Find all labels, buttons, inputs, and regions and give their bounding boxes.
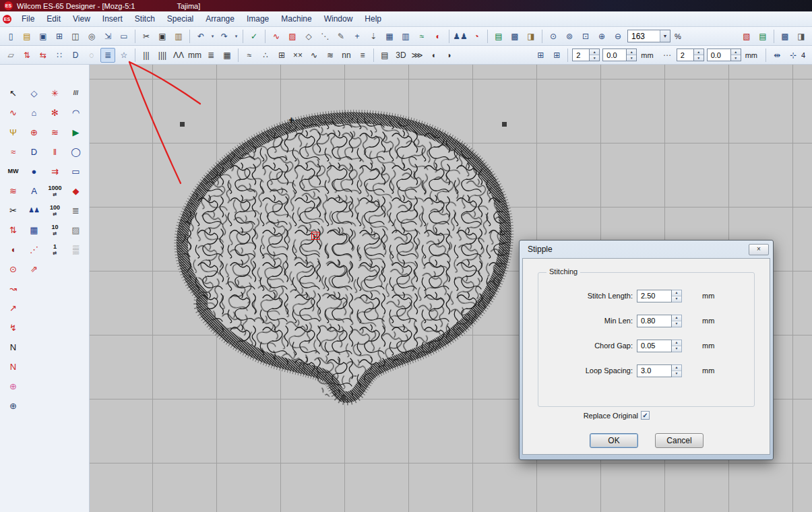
- morph-right-icon[interactable]: ◗: [442, 48, 457, 63]
- write-to-card-icon[interactable]: ▭: [117, 29, 131, 44]
- backstitch-tool[interactable]: ↗: [3, 298, 24, 318]
- ladder-stitch-tool[interactable]: ≣: [65, 201, 86, 220]
- ok-button[interactable]: OK: [590, 433, 638, 448]
- pattern-stamp-tool[interactable]: ▨: [65, 220, 86, 240]
- loop-spacing-input[interactable]: 3.0: [637, 364, 672, 377]
- insert-design-icon[interactable]: ⊞: [52, 29, 67, 44]
- globe-view-tool[interactable]: ●: [24, 162, 44, 181]
- pin-stitch-tool[interactable]: ‖: [44, 142, 65, 162]
- color-palette-icon[interactable]: ◔: [469, 29, 484, 44]
- stipple-run-tool[interactable]: ↝: [3, 279, 24, 298]
- selection-handle-top-right[interactable]: [502, 122, 507, 127]
- menu-machine[interactable]: Machine: [275, 13, 317, 25]
- stipple-fill-icon[interactable]: ⋱: [317, 29, 332, 44]
- jagged-edge-icon[interactable]: ◌: [84, 48, 99, 63]
- fan-stitch-tool[interactable]: ◖: [3, 240, 24, 259]
- show-grid-icon[interactable]: ⊞: [549, 48, 564, 63]
- color-film-icon[interactable]: ◨: [794, 29, 809, 44]
- print-preview-icon[interactable]: ◎: [84, 29, 99, 44]
- travel-1-stitch[interactable]: 1⇄: [44, 240, 65, 259]
- zoom-tool-icon[interactable]: ⊙: [546, 29, 561, 44]
- penetration-points-tool[interactable]: ⋰: [24, 240, 44, 259]
- travel-1000-stitches[interactable]: 1000⇄: [44, 181, 65, 201]
- cancel-button[interactable]: Cancel: [655, 433, 704, 448]
- zoom-box-icon[interactable]: ⊡: [578, 29, 593, 44]
- nudge-offset-spinner[interactable]: ▲▼: [731, 49, 741, 61]
- string-art-icon[interactable]: ≡: [355, 48, 370, 63]
- my-threads-icon[interactable]: ▤: [491, 29, 506, 44]
- min-len-input[interactable]: 0.80: [637, 315, 672, 327]
- nudge-spacing-spinner[interactable]: ▲▼: [694, 49, 704, 61]
- team-names-tool[interactable]: ♟♟: [24, 201, 44, 220]
- zoom-combobox-dropdown-icon[interactable]: ▼: [660, 30, 670, 42]
- undo-icon[interactable]: ↶: [193, 29, 208, 44]
- paste-icon[interactable]: ▥: [171, 29, 186, 44]
- satin-stitch-icon[interactable]: ≣: [204, 48, 218, 63]
- triple-run-type-icon[interactable]: ||||: [155, 48, 170, 63]
- branching-tool[interactable]: Ψ: [3, 123, 24, 142]
- undo-history-dropdown[interactable]: ▾: [209, 29, 216, 44]
- cut-stitches-tool[interactable]: ✂: [3, 201, 24, 220]
- save-design-icon[interactable]: ▣: [36, 29, 51, 44]
- replace-original-checkbox[interactable]: ✓: [641, 411, 650, 420]
- color-wheel-tool[interactable]: ⊕: [24, 123, 44, 142]
- menu-file[interactable]: File: [15, 13, 40, 25]
- grid-fill-icon[interactable]: ▦: [382, 29, 397, 44]
- grid-spacing-stepper[interactable]: 2 ▲▼: [572, 49, 600, 61]
- motif-run-icon[interactable]: mm: [187, 48, 202, 63]
- menu-edit[interactable]: Edit: [40, 13, 67, 25]
- zigzag-connector-tool[interactable]: N: [3, 338, 24, 357]
- grid-spacing-spinner[interactable]: ▲▼: [590, 49, 600, 61]
- travel-10-stitches[interactable]: 10⇄: [44, 220, 65, 240]
- open-object-icon[interactable]: ◇: [301, 29, 316, 44]
- single-stitch-icon[interactable]: ⇣: [366, 29, 381, 44]
- zigzag-digitize-tool[interactable]: MW: [3, 162, 24, 181]
- loop-spacing-spinner[interactable]: ▲▼: [672, 364, 682, 377]
- sculpture-run-icon[interactable]: ΛΛ: [171, 48, 186, 63]
- selection-handle-bottom-middle[interactable]: [341, 395, 346, 400]
- pull-compensation-icon[interactable]: ⇆: [36, 48, 51, 63]
- auto-digitizer-icon[interactable]: +: [350, 29, 365, 44]
- redo-history-dropdown[interactable]: ▾: [232, 29, 240, 44]
- export-machine-file-icon[interactable]: ⇲: [100, 29, 115, 44]
- freehand-draw-icon[interactable]: ✎: [334, 29, 348, 44]
- morph-left-icon[interactable]: ◖: [426, 48, 441, 63]
- print-icon[interactable]: ◫: [68, 29, 83, 44]
- stitch-list-tool[interactable]: ≋: [44, 123, 65, 142]
- stretch-lettering-tool[interactable]: ⇅: [3, 220, 24, 240]
- closed-shape-tool[interactable]: ⌂: [24, 103, 44, 123]
- arc-shape-tool[interactable]: ◠: [65, 103, 86, 123]
- column-shape-icon[interactable]: ▥: [398, 29, 413, 44]
- zigzag-stitch-icon[interactable]: ≈: [242, 48, 257, 63]
- wave-effect-icon[interactable]: ≈: [414, 29, 429, 44]
- lettering-rotate-tool[interactable]: ✳: [44, 84, 65, 103]
- flower-stamp-tool[interactable]: ✻: [44, 103, 65, 123]
- auto-split-icon[interactable]: D: [68, 48, 83, 63]
- fancy-fill-icon[interactable]: ⋙: [410, 48, 425, 63]
- freehand-select-tool[interactable]: ∿: [3, 103, 24, 123]
- underlay-icon[interactable]: ⇅: [20, 48, 34, 63]
- travel-100-stitches[interactable]: 100⇄: [44, 201, 65, 220]
- zoom-in-icon[interactable]: ⊕: [594, 29, 609, 44]
- exit-point-tool[interactable]: ⊕: [3, 396, 24, 416]
- menu-window[interactable]: Window: [318, 13, 359, 25]
- sequin-tool[interactable]: ◆: [65, 181, 86, 201]
- star-fill-icon[interactable]: ☆: [117, 48, 131, 63]
- menu-special[interactable]: Special: [161, 13, 199, 25]
- zoom-1to1-icon[interactable]: ⊚: [562, 29, 577, 44]
- rectangle-tool[interactable]: ▭: [65, 162, 86, 181]
- chord-gap-spinner[interactable]: ▲▼: [672, 340, 682, 352]
- proportional-outline-icon[interactable]: ▱: [3, 48, 18, 63]
- color-blend-icon[interactable]: ◐: [431, 29, 445, 44]
- copy-icon[interactable]: ▣: [155, 29, 170, 44]
- entry-point-tool[interactable]: ⊕: [3, 377, 24, 396]
- hatch-fill-tool[interactable]: ///: [65, 84, 86, 103]
- stipple-fill-type-icon[interactable]: ∿: [307, 48, 321, 63]
- zoom-out-icon[interactable]: ⊖: [611, 29, 625, 44]
- stipple-dialog-titlebar[interactable]: Stipple ×: [522, 241, 770, 258]
- texture-underlay-icon[interactable]: ▤: [377, 48, 392, 63]
- menu-arrange[interactable]: Arrange: [199, 13, 241, 25]
- new-design-icon[interactable]: ▯: [3, 29, 18, 44]
- reshape-object-tool[interactable]: ◇: [24, 84, 44, 103]
- stipple-effect-icon[interactable]: ≣: [100, 48, 115, 63]
